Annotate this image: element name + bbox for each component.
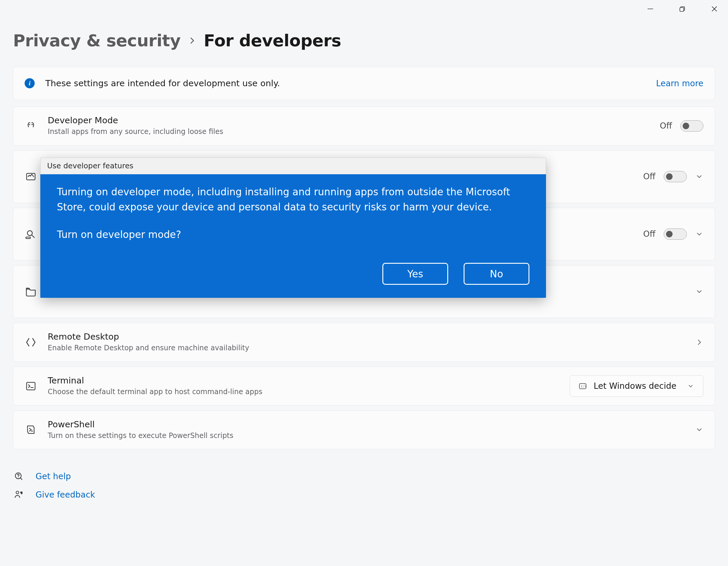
dialog-question: Turn on developer mode? (57, 227, 529, 242)
developer-mode-title: Developer Mode (48, 115, 649, 126)
chevron-down-icon (695, 287, 703, 296)
developer-mode-dialog: Use developer features Turning on develo… (40, 158, 546, 298)
row2-toggle[interactable] (664, 171, 687, 182)
card-powershell[interactable]: PowerShell Turn on these settings to exe… (13, 410, 715, 450)
info-banner-text: These settings are intended for developm… (45, 78, 645, 88)
terminal-dropdown-label: Let Windows decide (594, 381, 676, 391)
give-feedback-label: Give feedback (36, 490, 95, 500)
give-feedback-link[interactable]: Give feedback (14, 490, 715, 500)
page-title: For developers (204, 31, 341, 50)
close-icon (711, 5, 718, 13)
chevron-right-icon (188, 36, 197, 45)
window-titlebar (0, 0, 728, 18)
svg-rect-1 (680, 8, 684, 12)
chevron-down-icon (695, 230, 703, 238)
developer-mode-subtitle: Install apps from any source, including … (48, 127, 649, 137)
get-help-link[interactable]: Get help (14, 471, 715, 481)
chevron-down-icon (695, 172, 703, 181)
row2-toggle-label: Off (643, 172, 655, 181)
terminal-title: Terminal (48, 375, 559, 386)
window-maximize-button[interactable] (677, 4, 688, 14)
svg-text:c:\: c:\ (581, 384, 586, 388)
info-banner: i These settings are intended for develo… (13, 67, 715, 100)
terminal-subtitle: Choose the default terminal app to host … (48, 387, 559, 397)
terminal-dropdown[interactable]: c:\ Let Windows decide (570, 375, 703, 397)
footer-links: Get help Give feedback (13, 471, 715, 500)
window-close-button[interactable] (709, 4, 720, 14)
card-remote-desktop[interactable]: Remote Desktop Enable Remote Desktop and… (13, 323, 715, 362)
remote-desktop-icon (25, 337, 37, 348)
powershell-subtitle: Turn on these settings to execute PowerS… (48, 431, 684, 441)
chevron-right-icon (695, 338, 703, 346)
learn-more-link[interactable]: Learn more (656, 79, 703, 88)
card-terminal: Terminal Choose the default terminal app… (13, 367, 715, 406)
terminal-icon (25, 380, 37, 392)
developer-mode-icon (25, 120, 37, 132)
info-icon: i (25, 78, 35, 88)
help-icon (14, 471, 25, 481)
row3-toggle[interactable] (664, 228, 687, 240)
device-discovery-icon (25, 228, 37, 240)
svg-point-10 (16, 491, 19, 494)
developer-mode-toggle[interactable] (680, 120, 703, 132)
terminal-dropdown-icon: c:\ (578, 382, 588, 391)
powershell-title: PowerShell (48, 419, 684, 430)
svg-point-9 (18, 477, 19, 478)
card-developer-mode: Developer Mode Install apps from any sou… (13, 106, 715, 146)
powershell-icon (25, 424, 37, 435)
breadcrumb-parent[interactable]: Privacy & security (13, 31, 181, 50)
feedback-icon (14, 490, 25, 500)
chevron-down-icon (695, 426, 703, 434)
minimize-icon (646, 5, 654, 13)
dialog-body-text: Turning on developer mode, including ins… (57, 184, 529, 215)
window-minimize-button[interactable] (645, 4, 656, 14)
dialog-yes-button[interactable]: Yes (382, 263, 448, 285)
file-explorer-icon (25, 286, 37, 298)
breadcrumb: Privacy & security For developers (13, 31, 715, 50)
dialog-body: Turning on developer mode, including ins… (40, 174, 546, 298)
developer-mode-toggle-label: Off (660, 121, 672, 131)
chevron-down-icon (687, 382, 695, 390)
svg-rect-5 (27, 382, 35, 390)
remote-desktop-subtitle: Enable Remote Desktop and ensure machine… (48, 343, 684, 353)
device-portal-icon (25, 171, 37, 182)
maximize-icon (679, 5, 686, 12)
remote-desktop-title: Remote Desktop (48, 331, 684, 342)
dialog-no-button[interactable]: No (464, 263, 529, 285)
svg-rect-4 (26, 237, 30, 239)
get-help-label: Get help (36, 471, 71, 481)
row3-toggle-label: Off (643, 229, 655, 239)
dialog-title: Use developer features (40, 158, 546, 174)
